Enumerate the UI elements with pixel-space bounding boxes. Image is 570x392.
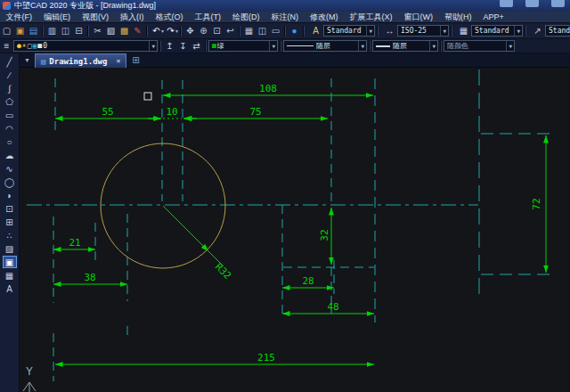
arc-tool-icon[interactable]: ◠ xyxy=(3,122,17,135)
menu-item-2[interactable]: 视图(V) xyxy=(77,12,115,23)
maximize-button[interactable] xyxy=(525,0,539,7)
dimension-28[interactable]: 28 xyxy=(282,275,334,288)
hatch-tool-icon[interactable]: ▨ xyxy=(3,242,17,255)
menu-item-10[interactable]: 窗口(W) xyxy=(398,12,439,23)
revision-cloud-tool-icon[interactable]: ☁ xyxy=(3,149,17,161)
layer-combo[interactable]: ●☀□▣■ 0 ▼ xyxy=(13,40,158,52)
named-views-icon[interactable]: ◫ xyxy=(256,24,269,37)
paste-clip-icon[interactable]: ▩ xyxy=(118,24,131,37)
save-file-icon[interactable]: ▤ xyxy=(27,24,40,37)
plot-icon[interactable]: ▥ xyxy=(45,24,59,37)
open-file-icon[interactable]: ▣ xyxy=(13,24,27,37)
tab-drawing1[interactable]: ▤ Drawing1.dwg ✕ xyxy=(35,53,126,68)
dimension-215[interactable]: 215 xyxy=(55,352,374,364)
layer-on-bulb-icon[interactable]: ● xyxy=(17,42,21,50)
plotstyle-combo[interactable]: 随颜色 ▼ xyxy=(444,40,515,52)
menu-item-0[interactable]: 文件(F) xyxy=(0,12,38,23)
cloud-service-icon[interactable]: ● xyxy=(288,24,301,37)
dimension-72[interactable]: 72 xyxy=(531,135,546,273)
minimize-button[interactable] xyxy=(500,0,513,7)
make-block-tool-icon[interactable]: ⊞ xyxy=(3,216,17,228)
dim-style-combo[interactable]: ISO-25▼ xyxy=(397,25,449,37)
layer-thaw-sun-icon[interactable]: ☀ xyxy=(22,42,27,50)
layer-states-icon[interactable]: ⇄ xyxy=(190,39,203,53)
layer-color-swatch-icon[interactable]: ■ xyxy=(37,42,42,50)
gradient-tool-icon[interactable]: ▣ xyxy=(3,256,17,268)
chevron-down-icon[interactable]: ▼ xyxy=(440,26,448,36)
construction-line-tool-icon[interactable]: ∕ xyxy=(3,69,17,81)
color-combo[interactable]: ■ 绿 ▼ xyxy=(208,40,278,52)
chevron-down-icon[interactable]: ▼ xyxy=(506,41,514,51)
text-style-icon[interactable]: A xyxy=(309,24,322,37)
chevron-down-icon[interactable]: ▼ xyxy=(366,26,374,36)
zoom-realtime-icon[interactable]: ⊕ xyxy=(197,24,210,37)
point-tool-icon[interactable]: ∴ xyxy=(3,229,17,241)
polyline-tool-icon[interactable]: ∫ xyxy=(3,82,17,94)
zoom-previous-icon[interactable]: ↩ xyxy=(224,24,237,37)
title-bar[interactable]: 中望CAD 2020 专业版 - [Drawing1.dwg] xyxy=(0,0,570,12)
viewports-icon[interactable]: ▦ xyxy=(242,24,256,37)
copy-clip-icon[interactable]: ▧ xyxy=(104,24,118,37)
match-properties-icon[interactable]: ✎ xyxy=(131,24,144,37)
dimension-75[interactable]: 75 xyxy=(184,106,328,118)
insert-block-tool-icon[interactable]: ⊡ xyxy=(3,202,17,215)
plot-preview-icon[interactable]: ◫ xyxy=(59,24,72,37)
zoom-window-icon[interactable]: ⊡ xyxy=(210,24,224,37)
dimension-21[interactable]: 21 xyxy=(53,237,95,249)
rectangle-tool-icon[interactable]: ▭ xyxy=(3,109,17,121)
menu-item-12[interactable]: APP+ xyxy=(477,12,509,23)
menu-item-6[interactable]: 绘图(D) xyxy=(227,12,266,23)
table-style-icon[interactable]: ▦ xyxy=(457,24,470,37)
menu-item-9[interactable]: 扩展工具(X) xyxy=(344,12,398,23)
layer-manager-button[interactable]: ≡ xyxy=(0,39,13,53)
dim-style-icon[interactable]: ↔ xyxy=(383,24,396,37)
layer-unlock-icon[interactable]: □ xyxy=(28,42,32,50)
dimension-48[interactable]: 48 xyxy=(282,301,374,314)
dimension-10[interactable]: 10 xyxy=(148,106,197,118)
new-file-icon[interactable]: ▢ xyxy=(0,24,13,37)
ellipse-tool-icon[interactable]: ◯ xyxy=(3,176,17,188)
menu-item-7[interactable]: 标注(N) xyxy=(265,12,305,23)
menu-item-5[interactable]: 工具(T) xyxy=(189,12,227,23)
tab-close-icon[interactable]: ✕ xyxy=(116,57,120,65)
cut-clip-icon[interactable]: ✂ xyxy=(91,24,104,37)
linetype-combo[interactable]: 随层 ▼ xyxy=(283,40,367,52)
chevron-down-icon[interactable]: ▼ xyxy=(514,26,522,36)
menu-item-4[interactable]: 格式(O) xyxy=(150,12,189,23)
dimension-108[interactable]: 108 xyxy=(163,83,373,95)
spline-tool-icon[interactable]: ∿ xyxy=(3,162,17,175)
circle-tool-icon[interactable]: ○ xyxy=(3,135,17,148)
drawing-canvas[interactable]: 108 55 10 75 21 38 28 48 xyxy=(20,68,570,392)
table-tool-icon[interactable]: ▦ xyxy=(3,269,17,282)
layer-previous-icon[interactable]: ↧ xyxy=(176,39,190,53)
dimension-38[interactable]: 38 xyxy=(53,272,127,284)
text-style-combo[interactable]: Standard▼ xyxy=(323,25,375,37)
dimension-55[interactable]: 55 xyxy=(55,106,160,118)
chevron-down-icon[interactable]: ▼ xyxy=(358,41,366,51)
make-object-layer-current-icon[interactable]: ↥ xyxy=(163,39,176,53)
dimension-r32[interactable]: R32 xyxy=(163,206,233,282)
menu-item-3[interactable]: 插入(I) xyxy=(115,12,151,23)
table-style-combo[interactable]: Standard▼ xyxy=(471,25,523,37)
tab-list-arrow-icon[interactable]: ▼ xyxy=(20,57,35,63)
mleader-style-combo[interactable]: Standard▼ xyxy=(545,25,570,37)
menu-item-11[interactable]: 帮助(H) xyxy=(439,12,478,23)
chevron-down-icon[interactable]: ▼ xyxy=(269,41,277,51)
dimension-32[interactable]: 32 xyxy=(319,208,331,265)
menu-item-8[interactable]: 修改(M) xyxy=(305,12,345,23)
chevron-down-icon[interactable]: ▼ xyxy=(429,41,437,51)
chevron-down-icon[interactable]: ▼ xyxy=(149,41,157,51)
pan-icon[interactable]: ✥ xyxy=(183,24,197,37)
layout-sheets-icon[interactable]: ▭ xyxy=(269,24,282,37)
new-tab-icon[interactable]: ⊞ xyxy=(132,55,139,65)
publish-icon[interactable]: ⊟ xyxy=(72,24,86,37)
line-tool-icon[interactable]: ╱ xyxy=(3,55,17,68)
menu-item-1[interactable]: 编辑(E) xyxy=(38,12,77,23)
ellipse-arc-tool-icon[interactable]: ◗ xyxy=(3,189,17,201)
mleader-style-icon[interactable]: ↗ xyxy=(531,24,544,37)
redo-dropdown-icon[interactable]: ▾ xyxy=(175,28,178,34)
polygon-tool-icon[interactable]: ⬠ xyxy=(3,95,17,108)
layer-plot-icon[interactable]: ▣ xyxy=(32,42,37,50)
lineweight-combo[interactable]: 随层 ▼ xyxy=(372,40,438,52)
close-button[interactable] xyxy=(551,0,565,7)
